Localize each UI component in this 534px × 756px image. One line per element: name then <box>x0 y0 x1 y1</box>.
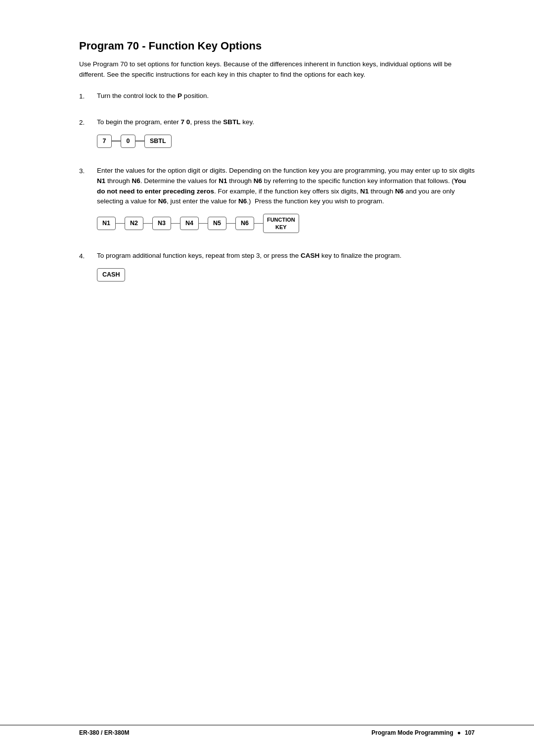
key-7: 7 <box>97 135 112 148</box>
step-2-text: To begin the program, enter 7 0, press t… <box>97 117 475 128</box>
page-container: Program 70 - Function Key Options Use Pr… <box>0 0 534 756</box>
step-1: 1. Turn the control lock to the P positi… <box>79 91 475 106</box>
key-n1: N1 <box>97 217 116 230</box>
connector-n4-n5 <box>199 223 208 224</box>
key-sequence-2: N1 N2 N3 N4 N5 N6 FUNCTIONKEY <box>97 214 475 233</box>
connector-n6-func <box>254 223 263 224</box>
steps-list: 1. Turn the control lock to the P positi… <box>79 91 475 288</box>
step-4-number: 4. <box>79 251 97 262</box>
key-n3: N3 <box>152 217 171 230</box>
page-title: Program 70 - Function Key Options <box>79 40 475 52</box>
key-function: FUNCTIONKEY <box>263 214 299 233</box>
step-4-text: To program additional function keys, rep… <box>97 251 475 261</box>
step-4: 4. To program additional function keys, … <box>79 251 475 288</box>
step-3: 3. Enter the values for the option digit… <box>79 166 475 240</box>
step-1-text: Turn the control lock to the P position. <box>97 91 475 101</box>
intro-text: Use Program 70 to set options for functi… <box>79 59 475 80</box>
footer-page-number: 107 <box>465 729 475 736</box>
key-cash: CASH <box>97 268 125 282</box>
key-sequence-1: 7 0 SBTL <box>97 135 475 148</box>
step-1-content: Turn the control lock to the P position. <box>97 91 475 106</box>
connector-2 <box>135 141 144 142</box>
connector-n3-n4 <box>171 223 180 224</box>
connector-n1-n2 <box>116 223 125 224</box>
step-3-number: 3. <box>79 166 97 177</box>
step-1-number: 1. <box>79 91 97 102</box>
key-sbtl: SBTL <box>144 135 172 148</box>
key-n4: N4 <box>180 217 199 230</box>
footer-left: ER-380 / ER-380M <box>79 729 129 736</box>
key-n2: N2 <box>125 217 143 230</box>
connector-n5-n6 <box>226 223 235 224</box>
footer-section: Program Mode Programming <box>371 729 453 736</box>
step-2: 2. To begin the program, enter 7 0, pres… <box>79 117 475 155</box>
key-n5: N5 <box>208 217 226 230</box>
step-4-content: To program additional function keys, rep… <box>97 251 475 288</box>
key-n6: N6 <box>235 217 254 230</box>
step-3-text: Enter the values for the option digit or… <box>97 166 475 207</box>
connector-1 <box>112 141 121 142</box>
footer-right: Program Mode Programming ● 107 <box>371 729 475 736</box>
footer: ER-380 / ER-380M Program Mode Programmin… <box>0 725 534 736</box>
key-0: 0 <box>121 135 135 148</box>
connector-n2-n3 <box>143 223 152 224</box>
step-2-content: To begin the program, enter 7 0, press t… <box>97 117 475 155</box>
step-2-number: 2. <box>79 117 97 128</box>
footer-bullet: ● <box>457 729 461 736</box>
key-sequence-3: CASH <box>97 268 475 282</box>
step-3-content: Enter the values for the option digit or… <box>97 166 475 240</box>
